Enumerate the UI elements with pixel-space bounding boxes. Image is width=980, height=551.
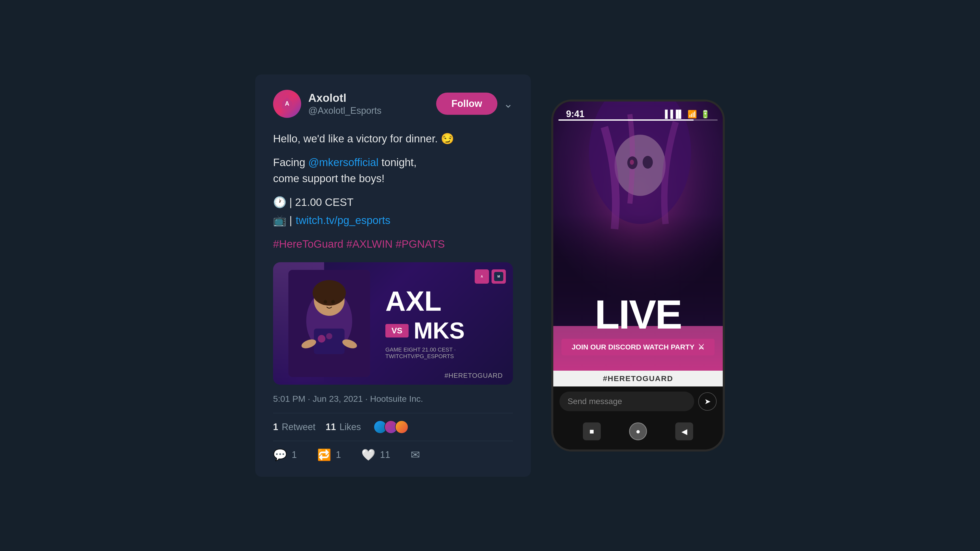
follow-button[interactable]: Follow (436, 93, 497, 115)
phone-mockup: 9:41 ▐▐▐▌ 📶 🔋 (551, 100, 725, 451)
story-hashtag-bar: #HERETOGUARD (553, 371, 723, 386)
reply-action[interactable]: 💬 1 (273, 448, 297, 462)
phone-time: 9:41 (566, 109, 584, 119)
svg-point-6 (313, 280, 346, 306)
tweet-line3: come support the boys! (273, 172, 385, 184)
tweet-body-pre: Facing (273, 156, 308, 168)
like-action-count: 11 (380, 449, 390, 460)
like-label: Likes (339, 422, 361, 432)
phone-nav-bar: ■ ● ◀ (553, 416, 723, 449)
retweet-count: 1 (273, 422, 278, 432)
like-action[interactable]: 🤍 11 (361, 448, 390, 462)
back-button[interactable]: ◀ (675, 422, 693, 440)
message-input[interactable]: Send message (559, 392, 694, 411)
liker-avatars (374, 421, 408, 433)
svg-point-8 (318, 335, 325, 343)
like-stat: 11 Likes (326, 422, 361, 432)
stop-icon: ■ (590, 427, 594, 436)
share-action[interactable]: ✉ (410, 448, 420, 461)
story-live-text: LIVE (553, 294, 723, 335)
send-button[interactable]: ➤ (698, 392, 717, 411)
tweet-line2: Facing @mkersofficial tonight, come supp… (273, 154, 513, 186)
message-input-row: Send message ➤ (553, 386, 723, 416)
match-details: GAME EIGHT 21.00 CEST · TWITCHTV/PG_ESPO… (385, 346, 498, 360)
svg-point-9 (326, 333, 332, 339)
tweet-body: Hello, we'd like a victory for dinner. 😏… (273, 130, 513, 252)
tweet-card: A Axolotl @Axolotl_Esports Follow ⌄ Hell… (255, 75, 531, 477)
team-logo-mks: M (492, 269, 506, 284)
heart-icon: 🤍 (361, 448, 375, 462)
wifi-icon: 📶 (687, 110, 697, 119)
like-count: 11 (326, 422, 336, 432)
svg-point-12 (324, 300, 327, 303)
tweet-stats: 1 Retweet 11 Likes (273, 413, 513, 441)
tweet-hashtags[interactable]: #HereToGuard #AXLWIN #PGNATS (273, 238, 445, 250)
watch-party-label: JOIN OUR DISCORD WATCH PARTY (572, 343, 694, 351)
retweet-action[interactable]: 🔁 1 (317, 448, 341, 462)
match-team1: AXL (385, 287, 498, 315)
story-image[interactable]: LIVE JOIN OUR DISCORD WATCH PARTY ⚔ (553, 102, 723, 371)
back-icon: ◀ (681, 427, 687, 436)
svg-text:A: A (481, 275, 483, 278)
svg-rect-7 (314, 329, 345, 354)
tweet-link-line: 📺 | twitch.tv/pg_esports (273, 212, 513, 228)
reply-count: 1 (292, 449, 297, 460)
retweet-action-count: 1 (336, 449, 341, 460)
retweet-stat: 1 Retweet (273, 422, 315, 432)
match-info: AXL VS MKS GAME EIGHT 21.00 CEST · TWITC… (370, 287, 498, 360)
story-progress-fill (558, 119, 694, 121)
watch-party-icon: ⚔ (698, 343, 704, 351)
team-logo-axl: A (475, 269, 489, 284)
tweet-actions: 💬 1 🔁 1 🤍 11 ✉ (273, 448, 513, 462)
player-illustration (288, 270, 370, 377)
svg-point-13 (331, 300, 335, 303)
tweet-handle: @Axolotl_Esports (308, 105, 429, 116)
tweet-line1: Hello, we'd like a victory for dinner. 😏 (273, 130, 513, 147)
home-icon: ● (636, 427, 640, 436)
send-icon: ➤ (704, 397, 711, 406)
match-vs-row: VS MKS (385, 318, 498, 344)
tweet-user-info: Axolotl @Axolotl_Esports (308, 92, 429, 116)
tweet-link[interactable]: twitch.tv/pg_esports (296, 212, 390, 228)
tweet-username: Axolotl (308, 92, 429, 104)
match-vs: VS (385, 324, 409, 338)
signal-icon: ▐▐▐▌ (662, 110, 684, 118)
avatar: A (273, 90, 301, 118)
phone-status-bar: 9:41 ▐▐▐▌ 📶 🔋 (553, 102, 723, 119)
liker-avatar-3 (395, 421, 408, 433)
stop-button[interactable]: ■ (583, 422, 601, 440)
tweet-header-right: Follow ⌄ (436, 93, 513, 115)
watch-party-button[interactable]: JOIN OUR DISCORD WATCH PARTY ⚔ (562, 339, 714, 355)
story-progress-bar (558, 119, 718, 121)
match-team2: MKS (414, 318, 465, 344)
match-logos: A M (475, 269, 506, 284)
tv-emoji: 📺 | (273, 212, 292, 228)
battery-icon: 🔋 (700, 110, 710, 119)
svg-text:M: M (497, 275, 500, 278)
tweet-time: 🕐 | 21.00 CEST (273, 194, 513, 210)
tweet-body-post: tonight, (379, 156, 417, 168)
home-button[interactable]: ● (629, 422, 647, 440)
share-icon: ✉ (410, 448, 420, 461)
chevron-down-icon[interactable]: ⌄ (504, 97, 513, 110)
retweet-label: Retweet (282, 422, 315, 432)
tweet-timestamp: 5:01 PM · Jun 23, 2021 · Hootsuite Inc. (273, 394, 513, 404)
tweet-header: A Axolotl @Axolotl_Esports Follow ⌄ (273, 90, 513, 118)
tweet-match-image: AXL VS MKS GAME EIGHT 21.00 CEST · TWITC… (273, 262, 513, 385)
status-icons: ▐▐▐▌ 📶 🔋 (662, 110, 710, 119)
tweet-mention[interactable]: @mkersofficial (308, 156, 379, 168)
match-image-hashtag: #HERETOGUARD (445, 372, 503, 380)
svg-text:A: A (285, 100, 289, 107)
reply-icon: 💬 (273, 448, 287, 462)
retweet-icon: 🔁 (317, 448, 331, 462)
